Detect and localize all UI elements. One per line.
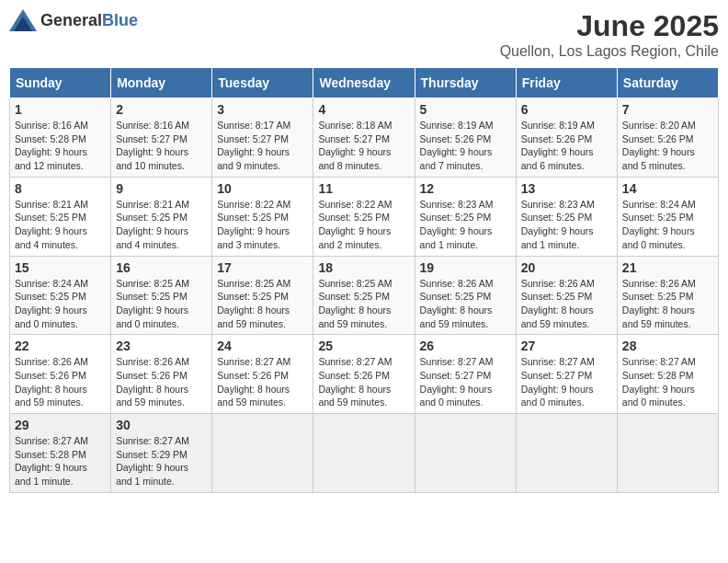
week-row-1: 1Sunrise: 8:16 AMSunset: 5:28 PMDaylight… xyxy=(10,98,719,178)
table-row: 17Sunrise: 8:25 AMSunset: 5:25 PMDayligh… xyxy=(212,256,313,335)
empty-cell xyxy=(313,414,415,493)
table-row: 25Sunrise: 8:27 AMSunset: 5:26 PMDayligh… xyxy=(313,335,415,414)
header-wednesday: Wednesday xyxy=(313,68,415,98)
empty-cell xyxy=(212,414,313,493)
header-thursday: Thursday xyxy=(415,68,516,98)
table-row: 1Sunrise: 8:16 AMSunset: 5:28 PMDaylight… xyxy=(10,98,111,178)
title-area: June 2025 Quellon, Los Lagos Region, Chi… xyxy=(500,9,719,60)
week-row-2: 8Sunrise: 8:21 AMSunset: 5:25 PMDaylight… xyxy=(10,177,719,256)
table-row: 14Sunrise: 8:24 AMSunset: 5:25 PMDayligh… xyxy=(617,177,718,256)
week-row-5: 29Sunrise: 8:27 AMSunset: 5:28 PMDayligh… xyxy=(10,414,719,493)
logo-icon xyxy=(9,9,37,31)
logo-general: General xyxy=(40,11,102,29)
table-row: 23Sunrise: 8:26 AMSunset: 5:26 PMDayligh… xyxy=(111,335,212,414)
table-row: 28Sunrise: 8:27 AMSunset: 5:28 PMDayligh… xyxy=(617,335,718,414)
table-row: 15Sunrise: 8:24 AMSunset: 5:25 PMDayligh… xyxy=(10,256,111,335)
table-row: 12Sunrise: 8:23 AMSunset: 5:25 PMDayligh… xyxy=(415,177,516,256)
table-row: 22Sunrise: 8:26 AMSunset: 5:26 PMDayligh… xyxy=(10,335,111,414)
week-row-4: 22Sunrise: 8:26 AMSunset: 5:26 PMDayligh… xyxy=(10,335,719,414)
table-row: 18Sunrise: 8:25 AMSunset: 5:25 PMDayligh… xyxy=(313,256,415,335)
calendar-table: Sunday Monday Tuesday Wednesday Thursday… xyxy=(9,67,719,493)
header: GeneralBlue June 2025 Quellon, Los Lagos… xyxy=(9,9,719,60)
table-row: 27Sunrise: 8:27 AMSunset: 5:27 PMDayligh… xyxy=(516,335,617,414)
calendar-header-row: Sunday Monday Tuesday Wednesday Thursday… xyxy=(10,68,719,98)
logo: GeneralBlue xyxy=(9,9,138,31)
empty-cell xyxy=(516,414,617,493)
header-friday: Friday xyxy=(516,68,617,98)
table-row: 29Sunrise: 8:27 AMSunset: 5:28 PMDayligh… xyxy=(10,414,111,493)
empty-cell xyxy=(617,414,718,493)
subtitle: Quellon, Los Lagos Region, Chile xyxy=(500,43,719,60)
table-row: 7Sunrise: 8:20 AMSunset: 5:26 PMDaylight… xyxy=(617,98,718,178)
table-row: 4Sunrise: 8:18 AMSunset: 5:27 PMDaylight… xyxy=(313,98,415,178)
table-row: 6Sunrise: 8:19 AMSunset: 5:26 PMDaylight… xyxy=(516,98,617,178)
table-row: 16Sunrise: 8:25 AMSunset: 5:25 PMDayligh… xyxy=(111,256,212,335)
table-row: 10Sunrise: 8:22 AMSunset: 5:25 PMDayligh… xyxy=(212,177,313,256)
header-monday: Monday xyxy=(111,68,212,98)
table-row: 8Sunrise: 8:21 AMSunset: 5:25 PMDaylight… xyxy=(10,177,111,256)
header-saturday: Saturday xyxy=(617,68,718,98)
table-row: 5Sunrise: 8:19 AMSunset: 5:26 PMDaylight… xyxy=(415,98,516,178)
table-row: 19Sunrise: 8:26 AMSunset: 5:25 PMDayligh… xyxy=(415,256,516,335)
table-row: 3Sunrise: 8:17 AMSunset: 5:27 PMDaylight… xyxy=(212,98,313,178)
header-sunday: Sunday xyxy=(10,68,111,98)
empty-cell xyxy=(415,414,516,493)
table-row: 2Sunrise: 8:16 AMSunset: 5:27 PMDaylight… xyxy=(111,98,212,178)
table-row: 9Sunrise: 8:21 AMSunset: 5:25 PMDaylight… xyxy=(111,177,212,256)
table-row: 26Sunrise: 8:27 AMSunset: 5:27 PMDayligh… xyxy=(415,335,516,414)
table-row: 13Sunrise: 8:23 AMSunset: 5:25 PMDayligh… xyxy=(516,177,617,256)
main-title: June 2025 xyxy=(500,9,719,43)
table-row: 20Sunrise: 8:26 AMSunset: 5:25 PMDayligh… xyxy=(516,256,617,335)
table-row: 21Sunrise: 8:26 AMSunset: 5:25 PMDayligh… xyxy=(617,256,718,335)
header-tuesday: Tuesday xyxy=(212,68,313,98)
table-row: 30Sunrise: 8:27 AMSunset: 5:29 PMDayligh… xyxy=(111,414,212,493)
week-row-3: 15Sunrise: 8:24 AMSunset: 5:25 PMDayligh… xyxy=(10,256,719,335)
logo-blue: Blue xyxy=(102,11,138,29)
table-row: 24Sunrise: 8:27 AMSunset: 5:26 PMDayligh… xyxy=(212,335,313,414)
table-row: 11Sunrise: 8:22 AMSunset: 5:25 PMDayligh… xyxy=(313,177,415,256)
